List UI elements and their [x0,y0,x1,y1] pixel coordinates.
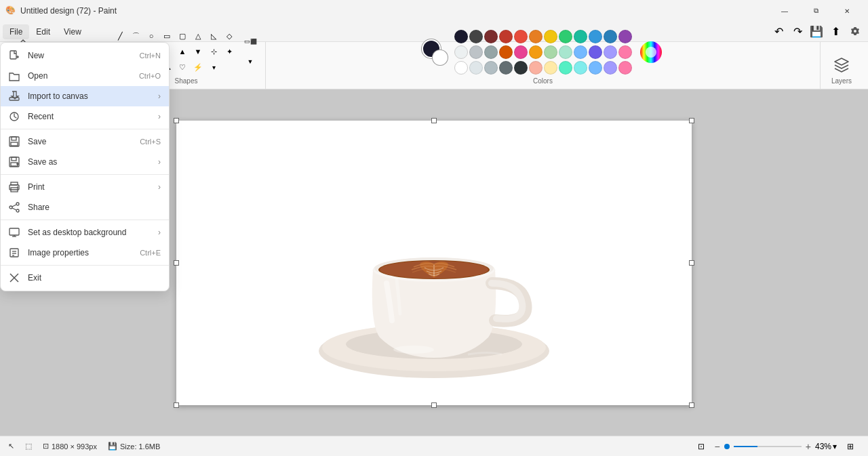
redo-button[interactable]: ↷ [788,22,807,41]
color-swatch[interactable] [604,30,617,43]
color-swatch[interactable] [589,61,602,75]
share-button[interactable]: ⬆ [826,22,845,41]
shape-up-arrow[interactable]: ▲ [175,44,190,59]
menu-desktop[interactable]: Set as desktop background › [1,222,169,243]
color-swatch[interactable] [454,61,468,75]
share-icon-menu [9,202,20,213]
handle-ml[interactable] [174,260,179,266]
color-swatch[interactable] [469,30,483,43]
import-icon [9,91,20,102]
close-button[interactable]: ✕ [831,0,863,22]
svg-line-36 [12,208,16,210]
status-bar: ↖ ⬚ ⊡ 1880 × 993px 💾 Size: 1.6MB ⊡ − + 4… [0,436,868,456]
color-swatch[interactable] [604,61,617,75]
handle-bl[interactable] [174,402,179,408]
settings-button[interactable] [845,22,865,42]
color-swatch[interactable] [574,45,587,59]
zoom-minus-icon[interactable]: − [715,441,720,452]
color-swatch[interactable] [499,30,513,43]
layers-button[interactable] [832,56,851,75]
color-wheel-container[interactable] [639,40,663,64]
menu-props[interactable]: Image properties Ctrl+E [1,243,169,263]
zoom-level-display[interactable]: 43% ▾ [815,442,837,451]
shape-triangle[interactable]: △ [191,28,205,43]
zoom-plus-icon[interactable]: + [806,441,811,452]
zoom-slider-thumb[interactable] [724,444,730,449]
shape-4arrow[interactable]: ⊹ [206,44,221,59]
handle-mr[interactable] [689,260,694,266]
color-swatch[interactable] [529,61,542,75]
color-swatch[interactable] [514,45,528,59]
color-swatch[interactable] [514,61,528,75]
shape-star4[interactable]: ✦ [222,44,237,59]
shape-right-triangle[interactable]: ◺ [206,28,221,43]
shape-fill-tool[interactable]: ▼ [241,52,260,71]
handle-tm[interactable] [431,118,437,123]
color-swatch[interactable] [618,61,632,75]
color-swatch[interactable] [469,45,483,59]
color-swatch[interactable] [499,45,513,59]
menu-recent[interactable]: Recent › [1,106,169,127]
shape-line[interactable]: ╱ [113,28,127,43]
color-swatch[interactable] [484,30,498,43]
handle-bm[interactable] [431,402,437,408]
color-swatch[interactable] [618,45,632,59]
handle-br[interactable] [689,402,694,408]
color-swatch[interactable] [469,61,483,75]
marquee-tool-status[interactable]: ⬚ [25,442,32,451]
menu-share[interactable]: Share [1,197,169,217]
shape-curve[interactable]: ⌒ [128,28,143,43]
shape-oval[interactable]: ○ [144,28,159,43]
zoom-fit-button[interactable]: ⊡ [692,437,711,456]
color-swatch[interactable] [544,61,557,75]
minimize-button[interactable]: — [769,0,800,22]
color-swatch[interactable] [454,30,468,43]
shape-more[interactable]: ▾ [206,60,221,75]
shape-outline-tool[interactable]: ▭⬛ [241,32,260,51]
color-swatch[interactable] [484,61,498,75]
color-swatch[interactable] [574,30,587,43]
menu-exit[interactable]: Exit [1,268,169,288]
color-swatch[interactable] [604,45,617,59]
restore-button[interactable]: ⧉ [800,0,831,22]
color-swatch[interactable] [589,30,602,43]
menu-import[interactable]: Import to canvas › [1,86,169,106]
divider-3 [1,220,169,220]
handle-tr[interactable] [689,118,694,123]
menu-print[interactable]: Print › [1,177,169,197]
color-swatch[interactable] [484,45,498,59]
color-swatch[interactable] [544,30,557,43]
menu-open[interactable]: Open Ctrl+O [1,66,169,86]
shape-heart[interactable]: ♡ [175,60,190,75]
shape-diamond[interactable]: ◇ [222,28,237,43]
shape-down-arrow[interactable]: ▼ [191,44,205,59]
color-swatch[interactable] [529,30,542,43]
color-swatch[interactable] [454,45,468,59]
background-color[interactable] [433,50,448,65]
undo-button[interactable]: ↶ [769,22,788,41]
shape-rect[interactable]: ▭ [159,28,174,43]
color-swatch[interactable] [589,45,602,59]
color-swatch[interactable] [559,30,572,43]
save-button[interactable]: 💾 [807,22,826,41]
color-swatch[interactable] [618,30,632,43]
color-swatch[interactable] [499,61,513,75]
color-swatch[interactable] [559,61,572,75]
color-swatch[interactable] [514,30,528,43]
shape-lightning[interactable]: ⚡ [191,60,205,75]
desktop-arrow: › [158,228,161,237]
color-swatch[interactable] [574,61,587,75]
pointer-tool-status[interactable]: ↖ [8,442,14,451]
divider-2 [1,174,169,175]
zoom-fullscreen-button[interactable]: ⊞ [841,437,860,456]
zoom-slider-track[interactable] [734,446,802,447]
color-swatch[interactable] [544,45,557,59]
menu-save[interactable]: Save Ctrl+S [1,131,169,152]
color-swatch[interactable] [529,45,542,59]
handle-tl[interactable] [174,118,179,123]
menu-new[interactable]: New Ctrl+N [1,45,169,66]
shape-roundrect[interactable]: ▢ [175,28,190,43]
menu-saveas[interactable]: Save as › [1,152,169,172]
color-swatch[interactable] [559,45,572,59]
menu-view[interactable]: View [57,24,88,39]
